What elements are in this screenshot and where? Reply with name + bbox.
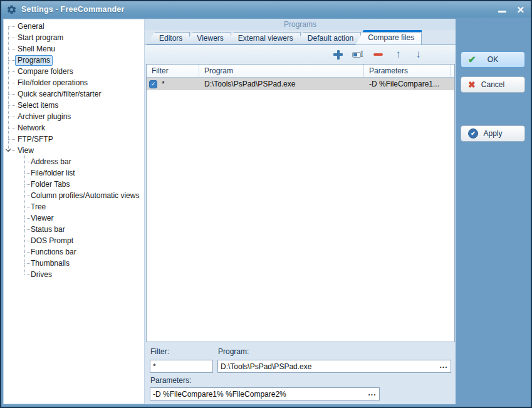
table-row[interactable]: ✓*D:\Tools\PsPad\PSPad.exe-D %FileCompar… [147, 78, 454, 90]
plus-icon [333, 50, 343, 60]
sidebar-item-label: Viewer [28, 213, 56, 224]
sidebar-item-quick-search-filter-starter[interactable]: Quick search/filter/starter [4, 88, 144, 100]
program-browse-button[interactable]: ... [437, 361, 451, 372]
titlebar: Settings - FreeCommander ✕ [1, 1, 531, 18]
sidebar-item-programs[interactable]: Programs [4, 55, 144, 66]
parameters-browse-button[interactable]: ... [365, 389, 379, 400]
sidebar-item-column-profiles-automatic-views[interactable]: Column profiles/Automatic views [4, 190, 144, 201]
sidebar-item-label: File/folder list [28, 168, 78, 179]
tab-default-action[interactable]: Default action [295, 32, 361, 44]
ibeam-cursor: I [360, 50, 363, 59]
minus-icon [373, 53, 383, 56]
sidebar-item-viewer[interactable]: Viewer [4, 212, 144, 224]
sidebar-item-label: Compare folders [15, 66, 76, 77]
ok-button[interactable]: ✔ OK [461, 51, 525, 68]
settings-tree: GeneralStart programShell MenuProgramsCo… [3, 19, 145, 404]
sidebar-item-shell-menu[interactable]: Shell Menu [4, 43, 144, 55]
column-header-filter[interactable]: Filter [147, 65, 199, 77]
apply-button[interactable]: ✔ Apply [461, 125, 525, 142]
sidebar-item-label: Thumbnails [28, 258, 72, 269]
dialog-body: GeneralStart programShell MenuProgramsCo… [3, 19, 531, 404]
list-toolbar: I↑↓ [145, 45, 456, 64]
sidebar-item-ftp-sftp[interactable]: FTP/SFTP [4, 133, 144, 145]
parameters-field: ... [150, 387, 380, 400]
sidebar-item-drives[interactable]: Drives [4, 269, 144, 280]
minimize-button[interactable] [498, 11, 506, 13]
sidebar-item-label: Address bar [28, 157, 74, 167]
filter-input[interactable] [150, 360, 212, 372]
sidebar-item-label: View [15, 145, 36, 156]
row-checkbox[interactable]: ✓ [149, 80, 157, 88]
program-cell: D:\Tools\PsPad\PSPad.exe [199, 78, 364, 90]
remove-button[interactable] [372, 49, 384, 61]
rename-button[interactable]: I [352, 49, 364, 61]
column-header-program[interactable]: Program [199, 65, 364, 77]
sidebar-item-label: DOS Prompt [28, 236, 76, 246]
sidebar-item-label: Shell Menu [15, 44, 58, 55]
filter-cell: ✓* [147, 78, 199, 90]
arrow-up-icon: ↑ [395, 49, 401, 60]
sidebar-item-address-bar[interactable]: Address bar [4, 156, 144, 167]
cancel-button[interactable]: ✖ Cancel [461, 76, 525, 93]
main-panel: Programs EditorsViewersExternal viewersD… [145, 19, 456, 404]
settings-window: Settings - FreeCommander ✕ GeneralStart … [0, 0, 532, 408]
tab-viewers[interactable]: Viewers [184, 32, 231, 44]
sidebar-item-dos-prompt[interactable]: DOS Prompt [4, 235, 144, 246]
close-button[interactable]: ✕ [516, 5, 524, 14]
tab-strip: EditorsViewersExternal viewersDefault ac… [145, 30, 456, 45]
sidebar-item-label: Start program [15, 33, 66, 43]
sidebar-item-label: Drives [28, 269, 55, 280]
rename-box [352, 52, 361, 58]
apply-check-icon: ✔ [468, 128, 478, 139]
sidebar-item-label: FTP/SFTP [15, 134, 56, 145]
sidebar-item-general[interactable]: General [4, 21, 144, 32]
table-empty-area [147, 90, 454, 342]
sidebar-item-thumbnails[interactable]: Thumbnails [4, 258, 144, 269]
filter-field [150, 360, 213, 373]
rename-icon: I [352, 51, 364, 59]
sidebar-item-label: General [15, 21, 47, 32]
sidebar-item-tree[interactable]: Tree [4, 201, 144, 212]
column-header-parameters[interactable]: Parameters [364, 65, 451, 77]
parameters-cell: -D %FileCompare1... [364, 78, 451, 90]
sidebar-item-folder-tabs[interactable]: Folder Tabs [4, 179, 144, 190]
sidebar-item-label: Select items [15, 100, 61, 111]
sidebar-item-file-folder-operations[interactable]: File/folder operations [4, 77, 144, 88]
tab-compare-files[interactable]: Compare files [355, 30, 422, 45]
column-header-filler [451, 65, 455, 77]
sidebar-item-file-folder-list[interactable]: File/folder list [4, 167, 144, 179]
tab-external-viewers[interactable]: External viewers [226, 32, 301, 44]
sidebar-item-label: Status bar [28, 224, 68, 235]
sidebar-item-archiver-plugins[interactable]: Archiver plugins [4, 111, 144, 122]
sidebar-item-network[interactable]: Network [4, 122, 144, 133]
program-input[interactable] [218, 360, 437, 372]
sidebar-item-compare-folders[interactable]: Compare folders [4, 66, 144, 77]
move-up-button[interactable]: ↑ [392, 49, 404, 61]
add-button[interactable] [332, 49, 344, 61]
gear-icon [6, 4, 17, 15]
window-title: Settings - FreeCommander [21, 5, 125, 14]
sidebar-item-label: Network [15, 123, 48, 133]
parameters-input[interactable] [150, 388, 365, 400]
sidebar-item-status-bar[interactable]: Status bar [4, 224, 144, 235]
sidebar-item-label: Quick search/filter/starter [15, 89, 103, 100]
cancel-x-icon: ✖ [468, 80, 476, 90]
move-down-button[interactable]: ↓ [412, 49, 424, 61]
chevron-down-icon[interactable] [6, 147, 11, 152]
action-panel: ✔ OK ✖ Cancel ✔ Apply [456, 19, 531, 404]
ok-check-icon: ✔ [468, 54, 476, 65]
sidebar-item-select-items[interactable]: Select items [4, 100, 144, 111]
tab-editors[interactable]: Editors [147, 32, 190, 44]
programs-table: FilterProgramParameters ✓*D:\Tools\PsPad… [146, 64, 455, 342]
section-caption: Programs [145, 19, 456, 30]
sidebar-item-label: Tree [28, 202, 48, 212]
sidebar-item-label: Folder Tabs [28, 179, 72, 190]
sidebar-item-label: Column profiles/Automatic views [28, 191, 142, 201]
filler-cell [451, 78, 455, 90]
sidebar-item-functions-bar[interactable]: Functions bar [4, 246, 144, 258]
program-field: ... [217, 360, 451, 373]
sidebar-item-label: Programs [15, 55, 53, 66]
sidebar-item-view[interactable]: View [4, 145, 144, 156]
sidebar-item-start-program[interactable]: Start program [4, 32, 144, 43]
table-header-row: FilterProgramParameters [147, 65, 454, 78]
